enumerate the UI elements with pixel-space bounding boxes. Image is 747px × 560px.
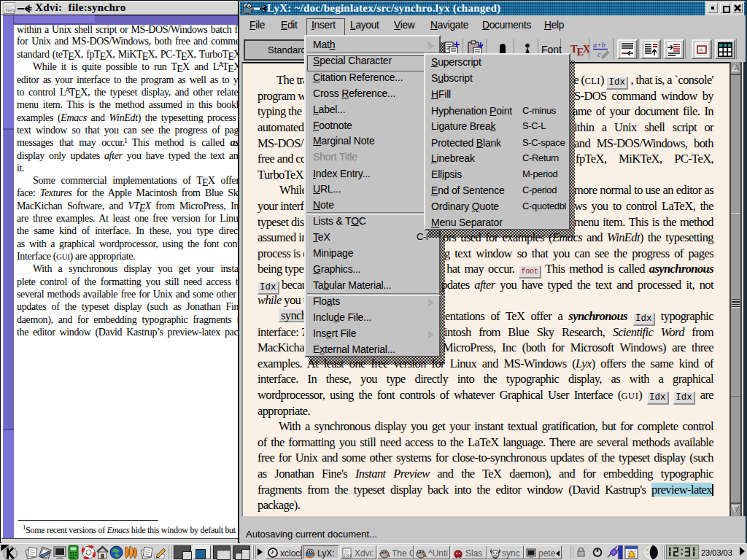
svg-text:a+b: a+b xyxy=(593,41,605,49)
svg-text:1969: 1969 xyxy=(344,553,352,558)
svg-text:c: c xyxy=(597,50,601,58)
svg-text:1969: 1969 xyxy=(5,9,15,13)
